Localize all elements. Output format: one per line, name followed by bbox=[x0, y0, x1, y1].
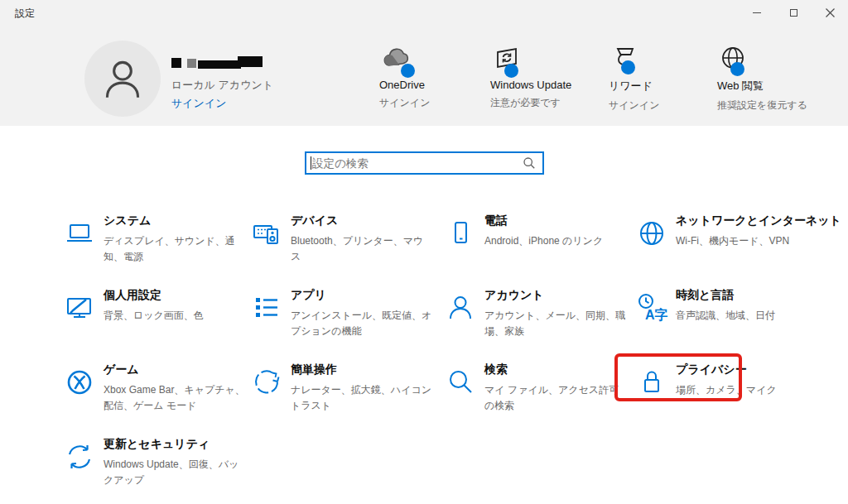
minimize-button[interactable] bbox=[739, 0, 775, 25]
quick-item-label: Web 閲覧 bbox=[717, 79, 841, 94]
window-controls bbox=[739, 0, 848, 25]
category-subtitle: 場所、カメラ、マイク bbox=[676, 382, 777, 398]
category-subtitle: アカウント、メール、同期、職場、家族 bbox=[484, 308, 627, 338]
window-title: 設定 bbox=[15, 7, 35, 21]
xbox-icon bbox=[63, 366, 96, 399]
sync-arrows-icon bbox=[63, 440, 96, 473]
person-icon bbox=[97, 53, 148, 104]
close-icon bbox=[826, 8, 835, 17]
svg-text:A字: A字 bbox=[645, 307, 668, 322]
settings-search-box bbox=[305, 151, 544, 175]
globe-network-icon bbox=[635, 217, 668, 250]
category-system[interactable]: システム ディスプレイ、サウンド、通知、電源 bbox=[63, 214, 246, 264]
category-subtitle: 背景、ロック画面、色 bbox=[104, 308, 204, 324]
category-update-security[interactable]: 更新とセキュリティ Windows Update、回復、バックアップ bbox=[63, 437, 246, 487]
category-subtitle: Android、iPhone のリンク bbox=[484, 233, 603, 249]
maximize-icon bbox=[790, 9, 797, 17]
quick-item-web-browse[interactable]: Web 閲覧 推奨設定を復元する bbox=[717, 43, 841, 113]
category-title: 検索 bbox=[484, 362, 627, 377]
quick-item-status: サインイン bbox=[379, 96, 504, 110]
category-ease-of-access[interactable]: 簡単操作 ナレーター、拡大鏡、ハイコントラスト bbox=[250, 362, 433, 413]
search-icon[interactable] bbox=[523, 157, 535, 169]
laptop-icon bbox=[63, 217, 96, 250]
category-subtitle: Bluetooth、プリンター、マウス bbox=[291, 233, 433, 264]
status-badge bbox=[730, 62, 744, 76]
category-phone[interactable]: 電話 Android、iPhone のリンク bbox=[444, 214, 603, 250]
category-privacy[interactable]: プライバシー 場所、カメラ、マイク bbox=[635, 362, 777, 399]
quick-item-label: Windows Update bbox=[490, 79, 614, 91]
category-gaming[interactable]: ゲーム Xbox Game Bar、キャプチャ、配信、ゲーム モード bbox=[63, 362, 246, 413]
maximize-button[interactable] bbox=[775, 0, 812, 25]
monitor-brush-icon bbox=[63, 291, 96, 324]
status-badge bbox=[504, 64, 518, 78]
ease-of-access-icon bbox=[250, 366, 283, 399]
quick-item-rewards[interactable]: リワード サインイン bbox=[609, 43, 733, 113]
category-accounts[interactable]: アカウント アカウント、メール、同期、職場、家族 bbox=[444, 288, 627, 338]
search-input[interactable] bbox=[306, 157, 523, 170]
magnifier-icon bbox=[444, 366, 477, 399]
quick-item-status: 推奨設定を復元する bbox=[717, 98, 841, 113]
category-subtitle: アンインストール、既定値、オプションの機能 bbox=[291, 308, 433, 338]
quick-item-label: OneDrive bbox=[379, 79, 504, 91]
category-subtitle: マイ ファイル、アクセス許可の検索 bbox=[484, 382, 627, 413]
category-title: 個人用設定 bbox=[104, 288, 204, 303]
account-person-icon bbox=[444, 291, 477, 324]
category-subtitle: Windows Update、回復、バックアップ bbox=[104, 457, 246, 487]
category-personalization[interactable]: 個人用設定 背景、ロック画面、色 bbox=[63, 288, 204, 324]
category-subtitle: 音声認識、地域、日付 bbox=[676, 308, 775, 324]
lock-icon bbox=[635, 366, 668, 399]
quick-item-status: 注意が必要です bbox=[490, 96, 614, 110]
category-devices[interactable]: デバイス Bluetooth、プリンター、マウス bbox=[250, 214, 433, 264]
category-network[interactable]: ネットワークとインターネット Wi-Fi、機内モード、VPN bbox=[635, 214, 841, 250]
minimize-icon bbox=[753, 12, 761, 13]
close-button[interactable] bbox=[812, 0, 848, 25]
quick-item-label: リワード bbox=[609, 79, 733, 94]
category-title: 電話 bbox=[484, 214, 603, 228]
quick-item-onedrive[interactable]: OneDrive サインイン bbox=[379, 43, 504, 110]
quick-item-windows-update[interactable]: Windows Update 注意が必要です bbox=[490, 43, 614, 110]
category-search[interactable]: 検索 マイ ファイル、アクセス許可の検索 bbox=[444, 362, 627, 413]
status-badge bbox=[401, 64, 415, 78]
category-title: ネットワークとインターネット bbox=[676, 214, 841, 228]
category-title: アプリ bbox=[291, 288, 433, 303]
category-subtitle: Wi-Fi、機内モード、VPN bbox=[676, 233, 818, 249]
status-badge bbox=[621, 60, 635, 74]
clock-language-icon: A字 bbox=[635, 291, 668, 324]
user-signin-link[interactable]: サインイン bbox=[171, 96, 227, 111]
text-caret bbox=[311, 156, 311, 170]
category-title: 時刻と言語 bbox=[676, 288, 775, 303]
category-subtitle: ナレーター、拡大鏡、ハイコントラスト bbox=[291, 382, 433, 413]
category-title: デバイス bbox=[291, 214, 433, 228]
avatar[interactable] bbox=[84, 41, 161, 117]
category-title: ゲーム bbox=[104, 362, 246, 377]
quick-item-status: サインイン bbox=[609, 98, 733, 113]
category-title: 更新とセキュリティ bbox=[104, 437, 246, 452]
category-time-language[interactable]: A字 時刻と言語 音声認識、地域、日付 bbox=[635, 288, 775, 324]
phone-icon bbox=[444, 217, 477, 250]
category-title: プライバシー bbox=[676, 362, 777, 377]
category-subtitle: ディスプレイ、サウンド、通知、電源 bbox=[104, 233, 246, 264]
category-subtitle: Xbox Game Bar、キャプチャ、配信、ゲーム モード bbox=[104, 382, 246, 413]
category-apps[interactable]: アプリ アンインストール、既定値、オプションの機能 bbox=[250, 288, 433, 338]
user-name-redacted bbox=[171, 56, 263, 71]
user-account-type: ローカル アカウント bbox=[171, 78, 273, 93]
category-title: アカウント bbox=[484, 288, 627, 303]
category-title: 簡単操作 bbox=[291, 362, 433, 377]
app-list-icon bbox=[250, 291, 283, 324]
category-title: システム bbox=[104, 214, 246, 228]
keyboard-speaker-icon bbox=[250, 217, 283, 250]
